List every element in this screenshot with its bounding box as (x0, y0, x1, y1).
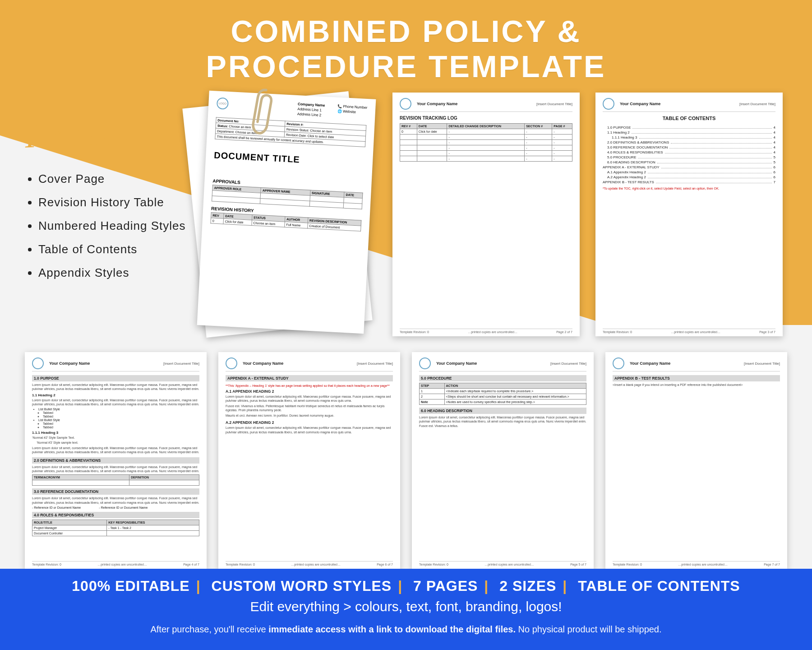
ftr-r: Page 6 of 7 (377, 563, 393, 566)
th: DETAILED CHANGE DESCRIPTION (447, 124, 525, 129)
ref1: - Reference ID or Document Name (32, 506, 81, 509)
td: <Notes are used to convey specifics abou… (444, 399, 586, 405)
page-appendix-b: Your Company Name[Insert Document Title]… (605, 352, 787, 569)
feature: TABLE OF CONTENTS (578, 578, 740, 594)
ftr-m: …printed copies are uncontrolled… (97, 563, 147, 566)
feature: CUSTOM WORD STYLES (212, 578, 392, 594)
para: Lorem ipsum dolor sit amet, consectetur … (226, 395, 393, 403)
logo-icon (226, 358, 237, 369)
ftr-l: Template Revision: 0 (603, 330, 632, 334)
para: Lorem ipsum dolor sit amet, consectetur … (32, 496, 199, 505)
title-line1: COMBINED POLICY & (231, 14, 581, 48)
company-info: Company Name Address Line 1 Address Line… (297, 102, 325, 118)
ftr-l: Template Revision: 0 (400, 330, 429, 334)
company-name: Your Company Name (436, 361, 477, 366)
doc-title-hdr: [Insert Document Title] (357, 362, 393, 366)
includes-item: Appendix Styles (38, 261, 186, 284)
note-pre: After purchase, you'll receive (150, 624, 268, 634)
ftr-r: Page 2 of 7 (556, 330, 572, 334)
company-name: Your Company Name (49, 361, 90, 366)
para: Lorem ipsum dolor sit amet, consectetur … (32, 446, 199, 455)
td: - (447, 129, 525, 135)
h3: 1.1.1 Heading 3 (32, 431, 199, 435)
doc-title-hdr: [Insert Document Title] (550, 362, 586, 366)
banner-sub: Edit everything > colours, text, font, b… (18, 599, 794, 614)
doc-meta-table: Document No:Revision #: Status: Choose a… (215, 117, 366, 147)
ftr-r: Page 3 of 7 (759, 330, 775, 334)
ftr-m: …printed copies are uncontrolled… (484, 563, 534, 566)
includes-list: Cover Page Revision History Table Number… (27, 167, 186, 284)
section-procedure: 5.0 PROCEDURE (419, 375, 586, 381)
td: Choose an item (252, 220, 285, 227)
td: - (552, 129, 572, 135)
company-name: Your Company Name (243, 361, 283, 366)
td: Project Manager (32, 525, 107, 531)
includes-item: Table of Contents (38, 237, 186, 261)
logo-icon: LOGO (217, 98, 229, 110)
th: ACTION (444, 383, 586, 389)
banner-note: After purchase, you'll receive immediate… (18, 624, 794, 635)
th: TERM/ACRONYM (32, 475, 129, 480)
h2: 1.1 Heading 2 (32, 393, 199, 397)
page-revision-log: Your Company Name[Insert Document Title]… (392, 93, 580, 336)
apx-note: **This ‘Appendix – Heading 1’ style has … (226, 384, 393, 387)
li: Tabbed (43, 415, 199, 418)
ftr-m: …printed copies are uncontrolled… (468, 330, 517, 334)
ftr-l: Template Revision: 0 (32, 563, 61, 566)
website: Website (343, 109, 356, 114)
li: Tabbed (43, 411, 199, 414)
note-post: No physical product will be shipped. (516, 624, 662, 634)
para: Lorem ipsum dolor sit amet, consectetur … (226, 426, 393, 434)
td: Note (420, 399, 445, 405)
td: Document Controller (32, 531, 107, 536)
footer-banner: 100% EDITABLE| CUSTOM WORD STYLES| 7 PAG… (0, 569, 812, 650)
li: List Bullet Style (38, 418, 199, 422)
includes-item: Cover Page (38, 167, 186, 190)
ftr-l: Template Revision: 0 (613, 563, 642, 566)
apx-h1: A.1 APPENDIX HEADING 2 (226, 389, 393, 394)
para: Lorem ipsum dolor sit amet, consectetur … (419, 415, 586, 428)
ftr-l: Template Revision: 0 (226, 563, 255, 566)
td: 0 (211, 218, 224, 223)
section-roles: 4.0 ROLES & RESPONSIBILITIES (32, 512, 199, 518)
ftr-l: Template Revision: 0 (419, 563, 448, 566)
td: Click for date (223, 218, 252, 225)
page-procedure: Your Company Name[Insert Document Title]… (412, 352, 594, 569)
proc-table: STEPACTION 1<Indicate each step/task req… (419, 383, 586, 405)
appendix-a-bar: APPENDIX A - EXTERNAL STUDY (226, 375, 393, 381)
page-toc: Your Company Name[Insert Document Title]… (595, 93, 783, 336)
th: KEY RESPONSIBILITIES (107, 520, 199, 525)
th: DATE (417, 124, 447, 129)
section-purpose: 1.0 PURPOSE (32, 375, 199, 381)
address-2: Address Line 2 (297, 111, 325, 118)
ftr-m: …printed copies are uncontrolled… (678, 563, 728, 566)
para: Mauris et orci. Aenean nec lorem. In por… (226, 413, 393, 418)
logo-icon (400, 98, 411, 110)
ftr-r: Page 4 of 7 (183, 563, 199, 566)
includes-item: Revision History Table (38, 190, 186, 214)
company-name: Your Company Name (630, 361, 670, 366)
para: Lorem ipsum dolor sit amet, consectetur … (32, 398, 199, 407)
apx-h2: A.2 APPENDIX HEADING 2 (226, 420, 393, 425)
apxb-note: <Insert a blank page if you intend on in… (613, 383, 780, 387)
note-bold: immediate access with a link to download… (268, 624, 516, 634)
th: DEFINITION (129, 475, 199, 480)
contact-info: 📞 Phone Number 🌐 Website (337, 104, 368, 116)
ftr-r: Page 5 of 7 (570, 563, 586, 566)
feature: 100% EDITABLE (72, 578, 189, 594)
para: ‘Normal #2’ Style Sample Text. (32, 436, 199, 440)
bottom-row: Your Company Name[Insert Document Title]… (25, 352, 787, 569)
logo-text: LOGO (219, 102, 227, 105)
includes-heading: Includes: (24, 113, 150, 156)
doc-title-hdr: [Insert Document Title] (739, 102, 775, 106)
th: STEP (420, 383, 445, 389)
ftr-r: Page 7 of 7 (764, 563, 780, 566)
td: - (525, 129, 552, 135)
toc-title: TABLE OF CONTENTS (603, 116, 775, 121)
feature: 7 PAGES (413, 578, 478, 594)
logo-icon (613, 358, 624, 369)
revlog-title: REVISION TRACKING LOG (400, 116, 572, 121)
td: <Indicate each step/task required to com… (444, 389, 586, 394)
doc-title: DOCUMENT TITLE (214, 150, 365, 168)
th: SECTION # (525, 124, 552, 129)
